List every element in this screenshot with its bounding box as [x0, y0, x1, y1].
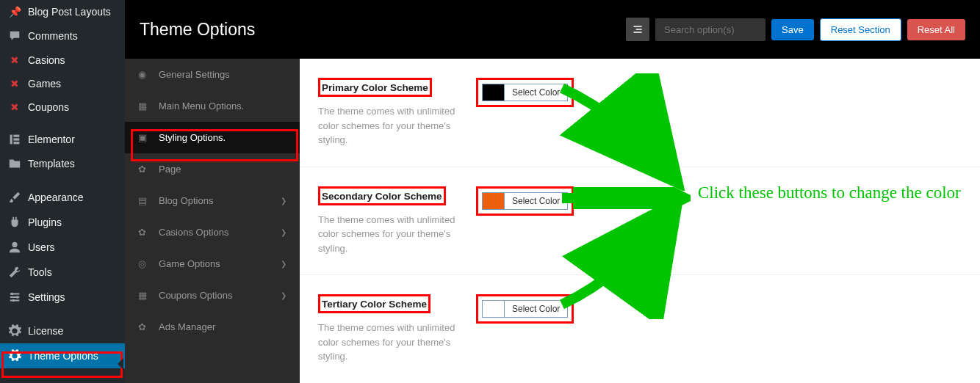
sidebar-item-elementor[interactable]: Elementor	[0, 128, 125, 151]
svg-rect-2	[13, 138, 19, 140]
sidebar-label: Elementor	[28, 134, 75, 145]
sub-item-blog[interactable]: ▤Blog Options❯	[125, 185, 300, 216]
sidebar-label: Coupons	[28, 101, 69, 113]
sub-label: Page	[159, 164, 181, 175]
sub-label: Game Options	[159, 258, 220, 269]
sub-label: Coupons Options	[159, 290, 232, 301]
option-title: Primary Color Scheme	[322, 82, 428, 93]
reset-section-button[interactable]: Reset Section	[820, 18, 901, 41]
sidebar-item-settings[interactable]: Settings	[0, 285, 125, 310]
annotation-text: Click these buttons to change the color	[698, 183, 961, 203]
sidebar-label: Casions	[28, 54, 65, 66]
sidebar-item-casions[interactable]: ✖Casions	[0, 48, 125, 72]
sidebar-item-templates[interactable]: Templates	[0, 151, 125, 176]
sidebar-label: Comments	[28, 30, 78, 42]
option-title: Tertiary Color Scheme	[322, 299, 427, 310]
menu-icon: ▦	[138, 101, 151, 112]
reset-all-button[interactable]: Reset All	[907, 19, 965, 40]
sub-item-casions[interactable]: ✿Casions Options❯	[125, 216, 300, 248]
user-icon	[7, 241, 22, 254]
x-icon: ✖	[7, 54, 22, 66]
sidebar-item-appearance[interactable]: Appearance	[0, 185, 125, 210]
wp-admin-sidebar: 📌Blog Post Layouts Comments ✖Casions ✖Ga…	[0, 0, 125, 383]
sidebar-item-tools[interactable]: Tools	[0, 260, 125, 285]
chevron-right-icon: ❯	[281, 197, 287, 205]
news-icon: ▤	[138, 195, 151, 206]
page-title: Theme Options	[140, 20, 255, 40]
sidebar-label: Tools	[28, 266, 52, 278]
sidebar-item-games[interactable]: ✖Games	[0, 72, 125, 95]
sidebar-item-coupons[interactable]: ✖Coupons	[0, 95, 125, 119]
sub-item-general[interactable]: ◉General Settings	[125, 59, 300, 90]
elementor-icon	[7, 134, 22, 145]
sub-label: Blog Options	[159, 195, 213, 206]
svg-point-4	[12, 242, 17, 247]
sidebar-item-comments[interactable]: Comments	[0, 23, 125, 48]
game-icon: ◎	[138, 258, 151, 269]
annotation-highlight: Primary Color Scheme	[318, 78, 432, 97]
save-button[interactable]: Save	[771, 19, 814, 40]
annotation-highlight: Tertiary Color Scheme	[318, 294, 430, 313]
sidebar-label: Appearance	[28, 192, 84, 203]
sidebar-item-license[interactable]: License	[0, 318, 125, 343]
sidebar-label: License	[28, 325, 63, 337]
svg-point-5	[11, 293, 14, 296]
sidebar-label: Templates	[28, 158, 75, 169]
sidebar-label: Users	[28, 241, 55, 253]
chevron-right-icon: ❯	[281, 260, 287, 268]
sub-item-game[interactable]: ◎Game Options❯	[125, 248, 300, 280]
selected-indicator-arrow	[118, 358, 123, 370]
sidebar-label: Blog Post Layouts	[28, 6, 111, 18]
select-color-label: Select Color	[505, 193, 567, 209]
annotation-highlight: Select Color	[476, 294, 574, 324]
gear-icon: ✿	[138, 321, 151, 332]
sidebar-item-theme-options[interactable]: Theme Options	[0, 343, 125, 368]
svg-point-7	[12, 299, 15, 302]
sub-item-coupons[interactable]: ▦Coupons Options❯	[125, 280, 300, 311]
pushpin-icon: 📌	[7, 6, 22, 18]
color-picker-primary[interactable]: Select Color	[482, 84, 568, 101]
plug-icon	[7, 216, 22, 229]
sub-item-main-menu[interactable]: ▦Main Menu Options.	[125, 90, 300, 122]
color-picker-secondary[interactable]: Select Color	[482, 192, 568, 210]
color-swatch	[483, 84, 505, 101]
option-description: The theme comes with unlimited color sch…	[318, 104, 476, 147]
sub-item-styling[interactable]: ▣Styling Options.	[125, 122, 300, 153]
expand-panels-button[interactable]	[626, 18, 649, 41]
chevron-right-icon: ❯	[281, 228, 287, 236]
annotation-highlight: Select Color	[476, 78, 574, 107]
wrench-icon	[7, 266, 22, 279]
gear-icon	[7, 349, 22, 362]
svg-rect-3	[13, 142, 19, 144]
search-input[interactable]	[655, 18, 765, 41]
gear-icon: ✿	[138, 164, 151, 175]
gear-icon	[7, 324, 22, 338]
sidebar-label: Games	[28, 78, 61, 90]
sidebar-item-plugins[interactable]: Plugins	[0, 210, 125, 235]
color-swatch	[483, 193, 505, 209]
sidebar-label: Settings	[28, 291, 65, 303]
svg-point-6	[16, 296, 19, 299]
coupon-icon: ▦	[138, 290, 151, 301]
sub-item-page[interactable]: ✿Page	[125, 153, 300, 185]
sidebar-item-blog-layouts[interactable]: 📌Blog Post Layouts	[0, 0, 125, 23]
option-title: Secondary Color Scheme	[322, 191, 442, 202]
select-color-label: Select Color	[505, 301, 567, 317]
option-row-tertiary: Tertiary Color Scheme The theme comes wi…	[300, 275, 980, 383]
theme-options-header: Theme Options Save Reset Section Reset A…	[125, 0, 980, 59]
sidebar-item-users[interactable]: Users	[0, 235, 125, 260]
sub-label: General Settings	[159, 69, 230, 80]
sub-label: Main Menu Options.	[159, 101, 244, 112]
sub-item-ads[interactable]: ✿Ads Manager	[125, 311, 300, 343]
sliders-icon	[7, 291, 22, 304]
svg-rect-1	[13, 135, 19, 137]
annotation-highlight: Select Color	[476, 186, 574, 216]
color-picker-tertiary[interactable]: Select Color	[482, 300, 568, 318]
brush-icon	[7, 191, 22, 204]
comment-icon	[7, 29, 22, 43]
annotation-highlight: Secondary Color Scheme	[318, 186, 446, 205]
sidebar-label: Theme Options	[28, 350, 98, 362]
sub-label: Styling Options.	[159, 132, 226, 143]
select-color-label: Select Color	[505, 84, 567, 101]
sub-label: Ads Manager	[159, 321, 215, 332]
